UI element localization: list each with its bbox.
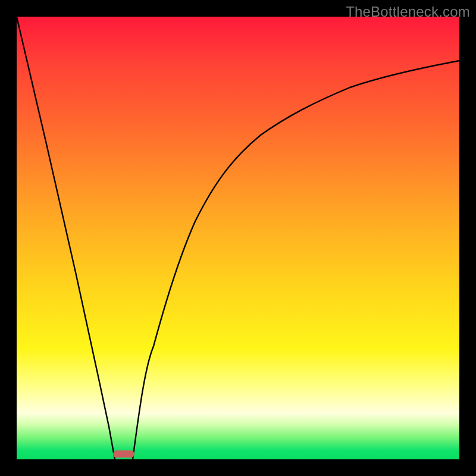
watermark-text: TheBottleneck.com: [346, 4, 470, 20]
optimal-marker: [113, 450, 134, 458]
bottleneck-curve: [17, 17, 459, 459]
curve-left-segment: [17, 17, 115, 459]
curve-right-segment: [133, 61, 459, 459]
